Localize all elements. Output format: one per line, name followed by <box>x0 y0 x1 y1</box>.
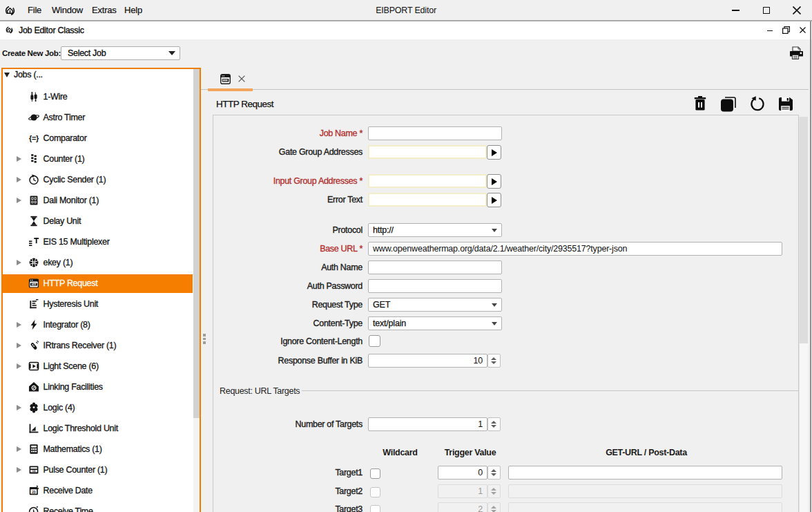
svg-text:HTTP: HTTP <box>32 283 37 286</box>
svg-text:{=}: {=} <box>29 134 39 142</box>
svg-text:123: 123 <box>32 470 36 473</box>
svg-text:23: 23 <box>32 490 35 494</box>
